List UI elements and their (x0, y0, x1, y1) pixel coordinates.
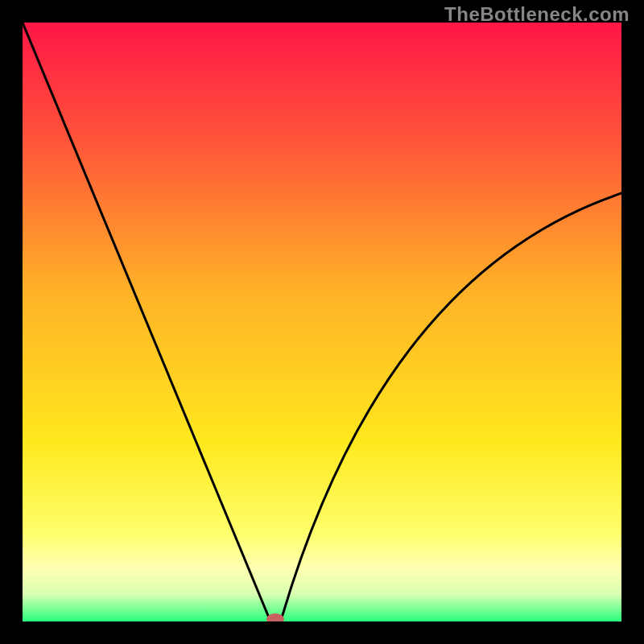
gradient-background (23, 23, 621, 621)
chart-frame: TheBottleneck.com (0, 0, 644, 644)
bottleneck-chart (23, 23, 621, 621)
